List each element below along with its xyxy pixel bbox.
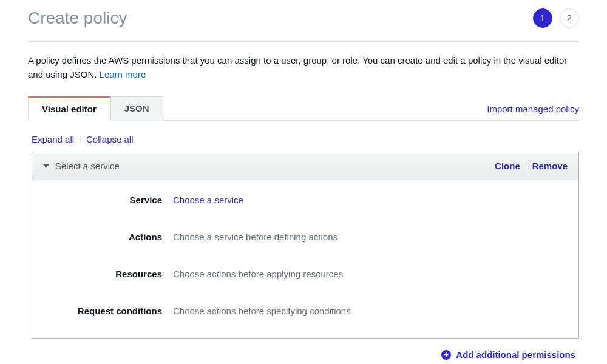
conditions-value: Choose actions before specifying conditi…: [173, 306, 351, 316]
conditions-label: Request conditions: [44, 306, 173, 316]
service-card-title-group: Select a service: [43, 161, 120, 171]
resources-value: Choose actions before applying resources: [173, 269, 343, 279]
step-2[interactable]: 2: [560, 8, 579, 28]
import-managed-policy-link[interactable]: Import managed policy: [487, 104, 579, 120]
remove-link[interactable]: Remove: [532, 161, 568, 171]
tab-visual-editor[interactable]: Visual editor: [28, 96, 110, 121]
add-permissions-label: Add additional permissions: [456, 349, 575, 360]
service-label: Service: [44, 195, 173, 205]
expand-collapse-row: Expand all | Collapse all: [28, 121, 579, 152]
learn-more-link[interactable]: Learn more: [100, 69, 146, 79]
field-row-actions: Actions Choose a service before defining…: [44, 232, 566, 242]
service-card-body: Service Choose a service Actions Choose …: [32, 180, 578, 338]
add-additional-permissions-button[interactable]: + Add additional permissions: [441, 349, 575, 360]
divider: |: [525, 161, 527, 171]
tab-json[interactable]: JSON: [110, 96, 163, 121]
page-title: Create policy: [28, 8, 127, 28]
wizard-steps: 1 2: [533, 8, 579, 28]
page-header: Create policy 1 2: [28, 0, 579, 42]
tabs: Visual editor JSON: [28, 96, 163, 120]
chevron-down-icon: [43, 164, 49, 168]
actions-value: Choose a service before defining actions: [173, 232, 337, 242]
add-permissions-row: + Add additional permissions: [28, 339, 579, 360]
service-card-actions: Clone | Remove: [495, 161, 568, 171]
field-row-resources: Resources Choose actions before applying…: [44, 269, 566, 279]
expand-all-link[interactable]: Expand all: [32, 134, 74, 144]
service-card-title: Select a service: [55, 161, 120, 171]
clone-link[interactable]: Clone: [495, 161, 520, 171]
tabs-row: Visual editor JSON Import managed policy: [28, 96, 579, 121]
service-card-header[interactable]: Select a service Clone | Remove: [32, 152, 578, 180]
resources-label: Resources: [44, 269, 173, 279]
collapse-all-link[interactable]: Collapse all: [86, 134, 134, 144]
divider: |: [79, 134, 81, 144]
service-card: Select a service Clone | Remove Service …: [32, 152, 579, 339]
policy-description: A policy defines the AWS permissions tha…: [28, 42, 579, 87]
actions-label: Actions: [44, 232, 173, 242]
choose-service-link[interactable]: Choose a service: [173, 195, 243, 205]
step-1[interactable]: 1: [533, 8, 552, 28]
field-row-conditions: Request conditions Choose actions before…: [44, 306, 566, 316]
plus-circle-icon: +: [441, 350, 451, 360]
field-row-service: Service Choose a service: [44, 195, 566, 205]
